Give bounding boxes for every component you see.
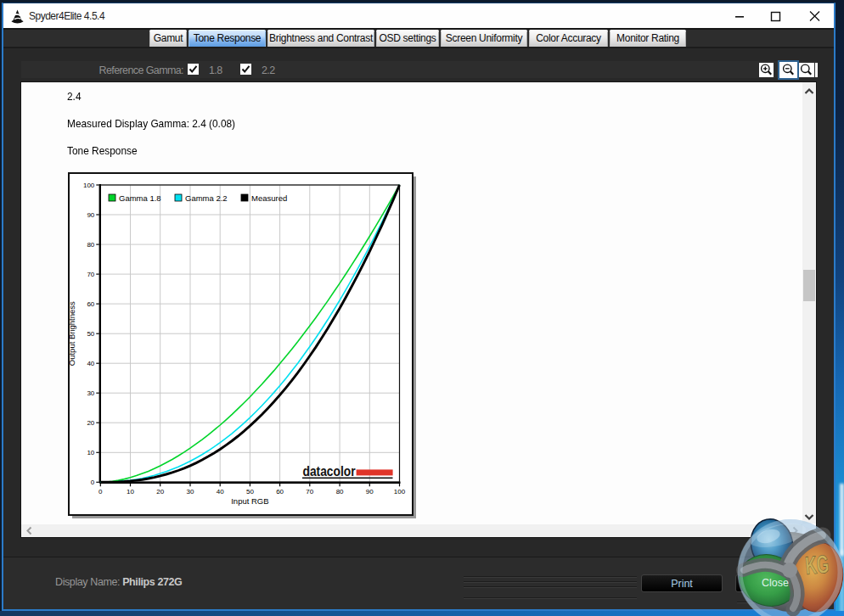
svg-text:Output Brightness: Output Brightness <box>70 301 76 366</box>
svg-text:10: 10 <box>87 449 94 456</box>
svg-text:60: 60 <box>87 300 94 308</box>
svg-text:40: 40 <box>87 360 94 367</box>
svg-text:20: 20 <box>87 419 94 427</box>
svg-text:60: 60 <box>276 488 284 496</box>
svg-text:90: 90 <box>87 211 94 219</box>
svg-text:Input RGB: Input RGB <box>231 496 268 506</box>
svg-text:datacolor: datacolor <box>303 463 356 479</box>
svg-text:Measured: Measured <box>251 193 287 203</box>
svg-text:Gamma 1.8: Gamma 1.8 <box>119 193 161 203</box>
svg-text:100: 100 <box>394 488 406 496</box>
svg-text:80: 80 <box>336 488 344 496</box>
svg-text:80: 80 <box>87 241 94 249</box>
svg-text:30: 30 <box>87 389 94 397</box>
svg-text:70: 70 <box>306 488 313 496</box>
svg-text:10: 10 <box>127 488 134 496</box>
svg-text:50: 50 <box>87 330 94 338</box>
svg-text:0: 0 <box>91 479 95 486</box>
svg-text:70: 70 <box>87 271 94 278</box>
svg-text:30: 30 <box>187 488 194 496</box>
svg-text:Gamma 2.2: Gamma 2.2 <box>185 193 228 203</box>
svg-text:0: 0 <box>98 488 103 496</box>
svg-text:40: 40 <box>217 488 224 496</box>
svg-text:100: 100 <box>83 182 95 189</box>
svg-text:90: 90 <box>366 488 374 496</box>
svg-text:50: 50 <box>246 488 254 496</box>
svg-text:20: 20 <box>156 488 164 496</box>
